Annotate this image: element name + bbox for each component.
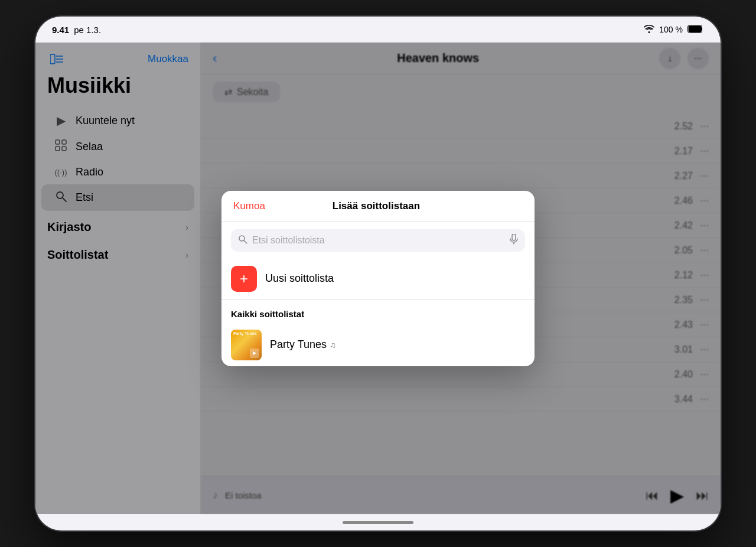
playlist-search-input[interactable]	[252, 235, 505, 246]
svg-rect-14	[512, 234, 516, 240]
add-to-playlist-modal: Kumoa Lisää soittolistaan	[221, 191, 535, 366]
playlist-thumb-text: Party Tunes	[231, 330, 259, 338]
add-icon: +	[231, 266, 257, 292]
home-bar	[343, 521, 413, 524]
main-area: Muokkaa Musiikki ▶ Kuuntele nyt Selaa	[35, 43, 721, 514]
modal-overlay: Kumoa Lisää soittolistaan	[35, 43, 721, 514]
new-playlist-label: Uusi soittolista	[265, 272, 334, 285]
status-icons: 100 %	[644, 25, 704, 35]
status-date: pe 1.3.	[74, 25, 101, 35]
playlist-name: Party Tunes ♫	[270, 338, 336, 351]
svg-rect-1	[689, 25, 702, 32]
search-icon	[238, 235, 247, 246]
status-time: 9.41	[52, 25, 69, 35]
ipad-frame: 9.41 pe 1.3. 100 %	[35, 17, 721, 530]
svg-line-13	[244, 240, 247, 243]
modal-header: Kumoa Lisää soittolistaan	[221, 191, 535, 222]
status-bar: 9.41 pe 1.3. 100 %	[35, 17, 721, 43]
home-indicator	[35, 514, 721, 530]
playlist-search-bar[interactable]	[231, 229, 525, 252]
music-note-icon: ♫	[330, 340, 336, 350]
new-playlist-item[interactable]: + Uusi soittolista	[221, 259, 535, 299]
cancel-button[interactable]: Kumoa	[233, 200, 265, 212]
battery-icon	[687, 25, 704, 35]
all-playlists-title: Kaikki soittolistat	[221, 299, 535, 324]
modal-body: + Uusi soittolista Kaikki soittolistat P…	[221, 222, 535, 366]
wifi-icon	[644, 25, 654, 35]
modal-title: Lisää soittolistaan	[333, 200, 420, 212]
playlist-thumbnail: Party Tunes ▶	[231, 330, 262, 360]
list-item[interactable]: Party Tunes ▶ Party Tunes ♫	[221, 324, 535, 366]
battery-label: 100 %	[659, 25, 683, 34]
microphone-icon	[510, 234, 518, 247]
